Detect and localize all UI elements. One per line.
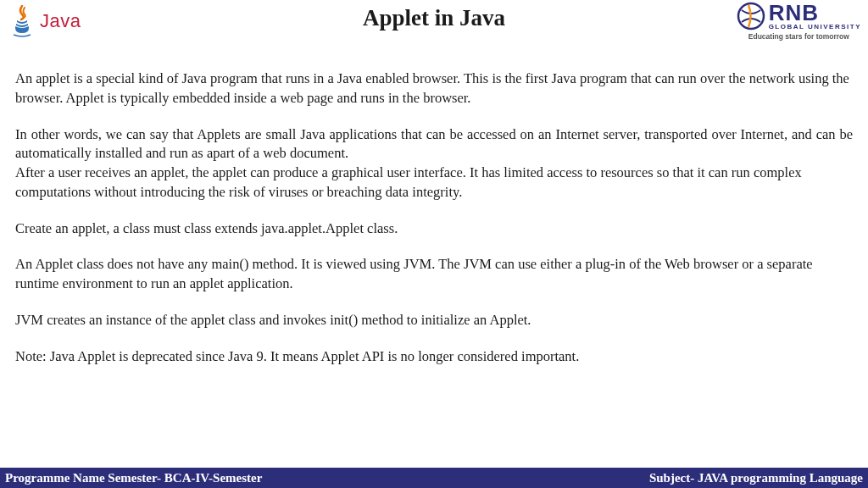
paragraph-2: In other words, we can say that Applets …: [15, 125, 853, 164]
java-logo: Java: [8, 4, 81, 38]
page-title: Applet in Java: [363, 5, 505, 31]
rnb-logo-main: RNB GLOBAL UNIVERSITY: [737, 2, 861, 30]
java-logo-text: Java: [40, 10, 81, 32]
rnb-globe-icon: [737, 2, 765, 30]
slide-footer: Programme Name Semester- BCA-IV-Semester…: [0, 468, 868, 488]
slide-content: An applet is a special kind of Java prog…: [0, 58, 868, 366]
paragraph-5: An Applet class does not have any main()…: [15, 255, 853, 294]
paragraph-1: An applet is a special kind of Java prog…: [15, 69, 853, 108]
footer-subject: Subject- JAVA programming Language: [649, 471, 863, 485]
paragraph-3: After a user receives an applet, the app…: [15, 164, 853, 202]
rnb-subtitle: GLOBAL UNIVERSITY: [769, 24, 861, 30]
rnb-logo: RNB GLOBAL UNIVERSITY Educating stars fo…: [737, 2, 861, 41]
slide-header: Java Applet in Java RNB GLOBAL UNIVERSIT…: [0, 0, 868, 58]
rnb-name: RNB: [769, 2, 861, 24]
java-cup-icon: [8, 4, 36, 38]
paragraph-6: JVM creates an instance of the applet cl…: [15, 311, 853, 330]
rnb-text-block: RNB GLOBAL UNIVERSITY: [769, 2, 861, 30]
paragraph-4: Create an applet, a class must class ext…: [15, 219, 853, 239]
paragraph-7: Note: Java Applet is deprecated since Ja…: [15, 347, 853, 367]
rnb-tagline: Educating stars for tomorrow: [748, 32, 849, 41]
footer-programme: Programme Name Semester- BCA-IV-Semester: [5, 471, 262, 485]
